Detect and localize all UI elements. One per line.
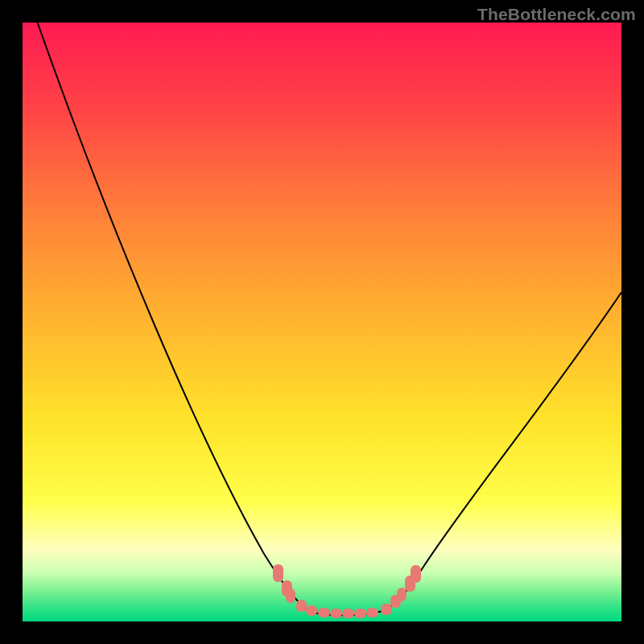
marker-dot [296, 600, 307, 612]
marker-dot [286, 588, 295, 603]
marker-dot [306, 605, 317, 616]
chart-plot-area [23, 23, 621, 621]
marker-dot [330, 609, 342, 618]
marker-dot [366, 608, 378, 617]
marker-group [273, 564, 421, 618]
marker-dot [273, 564, 283, 582]
marker-dot [381, 604, 392, 615]
watermark-text: TheBottleneck.com [477, 5, 636, 24]
marker-dot [342, 609, 354, 618]
marker-dot [318, 608, 330, 617]
bottleneck-curve [35, 14, 621, 615]
marker-dot [411, 565, 421, 583]
marker-dot [397, 588, 407, 601]
marker-dot [354, 609, 366, 618]
curve-layer [23, 23, 621, 621]
